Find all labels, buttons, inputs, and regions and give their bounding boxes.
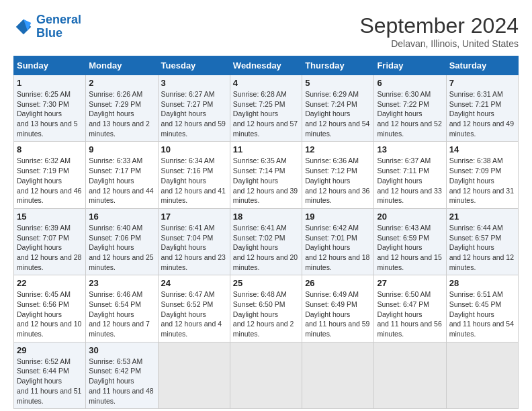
day-info: Sunrise: 6:29 AMSunset: 7:24 PMDaylight …: [305, 89, 371, 138]
day-number: 23: [89, 278, 154, 288]
calendar-cell: 11 Sunrise: 6:35 AMSunset: 7:14 PMDaylig…: [230, 142, 302, 208]
title-block: September 2024 Delavan, Illinois, United…: [359, 13, 519, 49]
calendar-cell: 12 Sunrise: 6:36 AMSunset: 7:12 PMDaylig…: [302, 142, 374, 208]
day-info: Sunrise: 6:25 AMSunset: 7:30 PMDaylight …: [17, 89, 83, 138]
day-info: Sunrise: 6:41 AMSunset: 7:04 PMDaylight …: [161, 223, 227, 272]
calendar-cell: 16 Sunrise: 6:40 AMSunset: 7:06 PMDaylig…: [86, 208, 158, 275]
calendar-cell: 24 Sunrise: 6:47 AMSunset: 6:52 PMDaylig…: [158, 275, 230, 342]
day-number: 19: [305, 212, 371, 222]
day-number: 9: [89, 144, 154, 154]
logo-text: General Blue: [36, 13, 81, 40]
calendar-cell: 2 Sunrise: 6:26 AMSunset: 7:29 PMDayligh…: [86, 75, 158, 142]
calendar-week-row: 29 Sunrise: 6:52 AMSunset: 6:44 PMDaylig…: [14, 342, 519, 408]
day-info: Sunrise: 6:42 AMSunset: 7:01 PMDaylight …: [305, 223, 371, 272]
calendar-cell: 13 Sunrise: 6:37 AMSunset: 7:11 PMDaylig…: [374, 142, 446, 208]
calendar-week-row: 8 Sunrise: 6:32 AMSunset: 7:19 PMDayligh…: [14, 142, 519, 208]
calendar-cell: 4 Sunrise: 6:28 AMSunset: 7:25 PMDayligh…: [230, 75, 302, 142]
weekday-header-row: Sunday Monday Tuesday Wednesday Thursday…: [14, 56, 519, 75]
day-number: 6: [377, 78, 443, 88]
header-sunday: Sunday: [14, 56, 86, 75]
day-info: Sunrise: 6:40 AMSunset: 7:06 PMDaylight …: [89, 223, 154, 272]
calendar-cell: 9 Sunrise: 6:33 AMSunset: 7:17 PMDayligh…: [86, 142, 158, 208]
day-number: 12: [305, 144, 371, 154]
day-number: 26: [305, 278, 371, 288]
day-number: 18: [233, 212, 299, 222]
day-number: 3: [161, 78, 227, 88]
day-info: Sunrise: 6:33 AMSunset: 7:17 PMDaylight …: [89, 156, 154, 205]
calendar-cell: 1 Sunrise: 6:25 AMSunset: 7:30 PMDayligh…: [14, 75, 86, 142]
day-info: Sunrise: 6:50 AMSunset: 6:47 PMDaylight …: [377, 289, 443, 338]
calendar-cell: 19 Sunrise: 6:42 AMSunset: 7:01 PMDaylig…: [302, 208, 374, 275]
calendar-cell: 10 Sunrise: 6:34 AMSunset: 7:16 PMDaylig…: [158, 142, 230, 208]
day-info: Sunrise: 6:52 AMSunset: 6:44 PMDaylight …: [17, 357, 83, 406]
day-number: 21: [449, 212, 515, 222]
calendar-cell: 28 Sunrise: 6:51 AMSunset: 6:45 PMDaylig…: [446, 275, 518, 342]
day-number: 2: [89, 78, 154, 88]
calendar-cell: 5 Sunrise: 6:29 AMSunset: 7:24 PMDayligh…: [302, 75, 374, 142]
calendar-cell: 15 Sunrise: 6:39 AMSunset: 7:07 PMDaylig…: [14, 208, 86, 275]
day-info: Sunrise: 6:46 AMSunset: 6:54 PMDaylight …: [89, 289, 154, 338]
calendar-table: Sunday Monday Tuesday Wednesday Thursday…: [13, 56, 519, 409]
header-thursday: Thursday: [302, 56, 374, 75]
calendar-cell: 21 Sunrise: 6:44 AMSunset: 6:57 PMDaylig…: [446, 208, 518, 275]
calendar-cell: [230, 342, 302, 408]
day-number: 10: [161, 144, 227, 154]
day-number: 16: [89, 212, 154, 222]
day-info: Sunrise: 6:27 AMSunset: 7:27 PMDaylight …: [161, 89, 227, 138]
calendar-cell: 30 Sunrise: 6:53 AMSunset: 6:42 PMDaylig…: [86, 342, 158, 408]
day-info: Sunrise: 6:47 AMSunset: 6:52 PMDaylight …: [161, 289, 227, 338]
header-friday: Friday: [374, 56, 446, 75]
calendar-cell: 27 Sunrise: 6:50 AMSunset: 6:47 PMDaylig…: [374, 275, 446, 342]
day-number: 29: [17, 345, 83, 355]
day-number: 20: [377, 212, 443, 222]
day-number: 28: [449, 278, 515, 288]
day-number: 8: [17, 144, 83, 154]
day-info: Sunrise: 6:38 AMSunset: 7:09 PMDaylight …: [449, 156, 515, 205]
day-info: Sunrise: 6:32 AMSunset: 7:19 PMDaylight …: [17, 156, 83, 205]
day-number: 14: [449, 144, 515, 154]
day-info: Sunrise: 6:45 AMSunset: 6:56 PMDaylight …: [17, 289, 83, 338]
calendar-cell: 3 Sunrise: 6:27 AMSunset: 7:27 PMDayligh…: [158, 75, 230, 142]
day-number: 5: [305, 78, 371, 88]
header-monday: Monday: [86, 56, 158, 75]
calendar-cell: [446, 342, 518, 408]
calendar-cell: 26 Sunrise: 6:49 AMSunset: 6:49 PMDaylig…: [302, 275, 374, 342]
header-wednesday: Wednesday: [230, 56, 302, 75]
page-header: General Blue September 2024 Delavan, Ill…: [13, 13, 519, 49]
day-info: Sunrise: 6:31 AMSunset: 7:21 PMDaylight …: [449, 89, 515, 138]
location: Delavan, Illinois, United States: [359, 38, 519, 49]
calendar-week-row: 15 Sunrise: 6:39 AMSunset: 7:07 PMDaylig…: [14, 208, 519, 275]
calendar-cell: [158, 342, 230, 408]
day-number: 11: [233, 144, 299, 154]
calendar-cell: 17 Sunrise: 6:41 AMSunset: 7:04 PMDaylig…: [158, 208, 230, 275]
calendar-cell: 22 Sunrise: 6:45 AMSunset: 6:56 PMDaylig…: [14, 275, 86, 342]
calendar-cell: 6 Sunrise: 6:30 AMSunset: 7:22 PMDayligh…: [374, 75, 446, 142]
calendar-cell: 8 Sunrise: 6:32 AMSunset: 7:19 PMDayligh…: [14, 142, 86, 208]
day-info: Sunrise: 6:39 AMSunset: 7:07 PMDaylight …: [17, 223, 83, 272]
calendar-cell: 29 Sunrise: 6:52 AMSunset: 6:44 PMDaylig…: [14, 342, 86, 408]
day-number: 7: [449, 78, 515, 88]
day-info: Sunrise: 6:26 AMSunset: 7:29 PMDaylight …: [89, 89, 154, 138]
day-info: Sunrise: 6:51 AMSunset: 6:45 PMDaylight …: [449, 289, 515, 338]
calendar-cell: [302, 342, 374, 408]
day-info: Sunrise: 6:48 AMSunset: 6:50 PMDaylight …: [233, 289, 299, 338]
calendar-cell: [374, 342, 446, 408]
day-info: Sunrise: 6:28 AMSunset: 7:25 PMDaylight …: [233, 89, 299, 138]
calendar-cell: 25 Sunrise: 6:48 AMSunset: 6:50 PMDaylig…: [230, 275, 302, 342]
month-year: September 2024: [359, 13, 519, 38]
day-number: 1: [17, 78, 83, 88]
day-info: Sunrise: 6:53 AMSunset: 6:42 PMDaylight …: [89, 357, 154, 406]
day-number: 24: [161, 278, 227, 288]
day-number: 13: [377, 144, 443, 154]
day-info: Sunrise: 6:35 AMSunset: 7:14 PMDaylight …: [233, 156, 299, 205]
calendar-week-row: 1 Sunrise: 6:25 AMSunset: 7:30 PMDayligh…: [14, 75, 519, 142]
day-number: 17: [161, 212, 227, 222]
day-info: Sunrise: 6:30 AMSunset: 7:22 PMDaylight …: [377, 89, 443, 138]
day-number: 22: [17, 278, 83, 288]
calendar-cell: 18 Sunrise: 6:41 AMSunset: 7:02 PMDaylig…: [230, 208, 302, 275]
day-info: Sunrise: 6:44 AMSunset: 6:57 PMDaylight …: [449, 223, 515, 272]
day-number: 15: [17, 212, 83, 222]
day-info: Sunrise: 6:36 AMSunset: 7:12 PMDaylight …: [305, 156, 371, 205]
day-info: Sunrise: 6:43 AMSunset: 6:59 PMDaylight …: [377, 223, 443, 272]
day-info: Sunrise: 6:37 AMSunset: 7:11 PMDaylight …: [377, 156, 443, 205]
